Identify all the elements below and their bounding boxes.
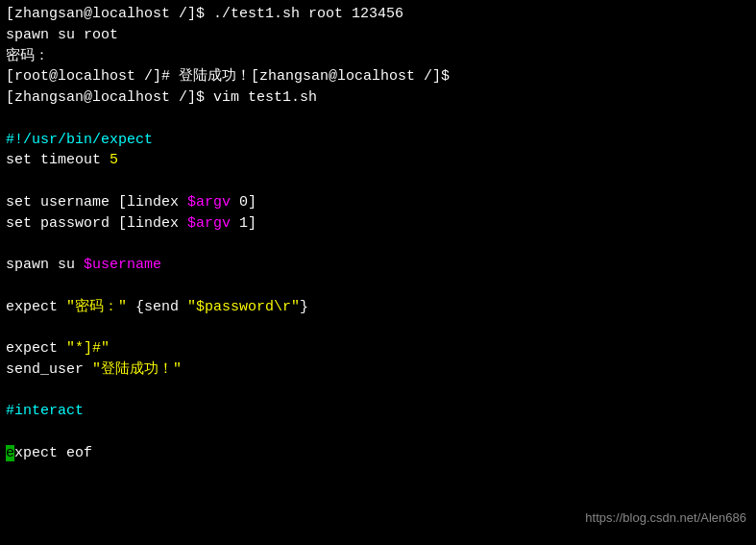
terminal-line-19 [6,381,750,402]
terminal-line-5: [zhangsan@localhost /]$ vim test1.sh [6,87,750,109]
terminal-line-14 [6,276,750,297]
terminal-line-17: expect "*]#" [6,338,750,359]
terminal-line-11: set password [lindex $argv 1] [6,213,750,235]
terminal-line-9 [6,171,750,192]
terminal-line-12 [6,234,750,255]
terminal-line-18: send_user "登陆成功！" [6,359,750,381]
terminal-line-15: expect "密码：" {send "$password\r"} [6,297,750,318]
terminal-line-7: #!/usr/bin/expect [6,130,750,151]
terminal: [zhangsan@localhost /]$ ./test1.sh root … [0,0,756,545]
terminal-line-20: #interact [6,401,750,422]
terminal-line-6 [6,109,750,130]
watermark: https://blog.csdn.net/Alen686 [585,509,746,528]
terminal-line-8: set timeout 5 [6,150,750,171]
terminal-line-4: [root@localhost /]# 登陆成功！[zhangsan@local… [6,66,750,87]
terminal-line-2: spawn su root [6,25,750,46]
cursor: e [6,445,14,461]
terminal-line-1: [zhangsan@localhost /]$ ./test1.sh root … [6,4,750,25]
terminal-line-3: 密码： [6,46,750,67]
terminal-line-13: spawn su $username [6,255,750,276]
terminal-line-22: expect eof [6,443,750,464]
terminal-line-16 [6,317,750,338]
terminal-line-21 [6,422,750,443]
terminal-line-10: set username [lindex $argv 0] [6,192,750,213]
